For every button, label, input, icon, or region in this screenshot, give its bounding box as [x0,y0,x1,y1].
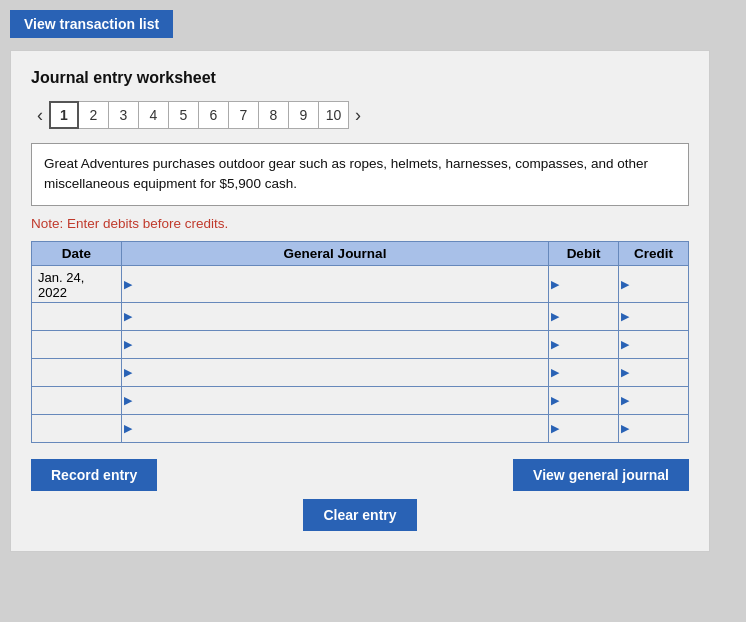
credit-cell-5[interactable]: ▶ [619,386,689,414]
debit-cell-5[interactable]: ▶ [549,386,619,414]
journal-table: Date General Journal Debit Credit Jan. 2… [31,241,689,443]
credit-cell-1[interactable]: ▶ [619,265,689,302]
journal-input-2[interactable] [122,303,548,330]
note-text: Note: Enter debits before credits. [31,216,689,231]
debit-input-3[interactable] [549,331,618,358]
journal-input-6[interactable] [122,415,548,442]
page-9[interactable]: 9 [289,101,319,129]
action-buttons-row: Record entry View general journal [31,459,689,491]
debit-input-1[interactable] [549,266,618,302]
credit-input-2[interactable] [619,303,688,330]
debit-cell-6[interactable]: ▶ [549,414,619,442]
debit-input-4[interactable] [549,359,618,386]
worksheet-title: Journal entry worksheet [31,69,689,87]
table-row: ▶ ▶ ▶ [32,358,689,386]
pagination: ‹ 1 2 3 4 5 6 7 8 9 10 › [31,101,689,129]
table-row: ▶ ▶ ▶ [32,330,689,358]
journal-cell-1[interactable]: ▶ [122,265,549,302]
prev-page-button[interactable]: ‹ [31,103,49,128]
table-row: ▶ ▶ ▶ [32,302,689,330]
record-entry-button[interactable]: Record entry [31,459,157,491]
journal-input-1[interactable] [122,266,548,302]
page-7[interactable]: 7 [229,101,259,129]
credit-input-4[interactable] [619,359,688,386]
description-text: Great Adventures purchases outdoor gear … [31,143,689,206]
page-1[interactable]: 1 [49,101,79,129]
debit-input-2[interactable] [549,303,618,330]
clear-entry-button[interactable]: Clear entry [303,499,416,531]
journal-cell-6[interactable]: ▶ [122,414,549,442]
next-page-button[interactable]: › [349,103,367,128]
worksheet-panel: Journal entry worksheet ‹ 1 2 3 4 5 6 7 … [10,50,710,552]
credit-cell-6[interactable]: ▶ [619,414,689,442]
page-2[interactable]: 2 [79,101,109,129]
view-general-journal-button[interactable]: View general journal [513,459,689,491]
debit-input-6[interactable] [549,415,618,442]
debit-cell-1[interactable]: ▶ [549,265,619,302]
credit-input-6[interactable] [619,415,688,442]
page-10[interactable]: 10 [319,101,349,129]
table-row: Jan. 24,2022 ▶ ▶ ▶ [32,265,689,302]
debit-input-5[interactable] [549,387,618,414]
col-header-credit: Credit [619,241,689,265]
col-header-date: Date [32,241,122,265]
journal-input-4[interactable] [122,359,548,386]
debit-cell-2[interactable]: ▶ [549,302,619,330]
col-header-debit: Debit [549,241,619,265]
table-row: ▶ ▶ ▶ [32,414,689,442]
date-cell-3 [32,330,122,358]
date-cell-4 [32,358,122,386]
journal-input-5[interactable] [122,387,548,414]
date-cell-1: Jan. 24,2022 [32,265,122,302]
clear-row: Clear entry [31,499,689,531]
credit-cell-3[interactable]: ▶ [619,330,689,358]
credit-input-5[interactable] [619,387,688,414]
journal-cell-2[interactable]: ▶ [122,302,549,330]
debit-cell-4[interactable]: ▶ [549,358,619,386]
view-transaction-button[interactable]: View transaction list [10,10,173,38]
credit-input-3[interactable] [619,331,688,358]
page-5[interactable]: 5 [169,101,199,129]
debit-cell-3[interactable]: ▶ [549,330,619,358]
credit-input-1[interactable] [619,266,688,302]
journal-input-3[interactable] [122,331,548,358]
page-4[interactable]: 4 [139,101,169,129]
page-3[interactable]: 3 [109,101,139,129]
credit-cell-4[interactable]: ▶ [619,358,689,386]
journal-cell-4[interactable]: ▶ [122,358,549,386]
journal-cell-3[interactable]: ▶ [122,330,549,358]
credit-cell-2[interactable]: ▶ [619,302,689,330]
date-cell-5 [32,386,122,414]
date-cell-6 [32,414,122,442]
date-cell-2 [32,302,122,330]
page-8[interactable]: 8 [259,101,289,129]
table-row: ▶ ▶ ▶ [32,386,689,414]
page-6[interactable]: 6 [199,101,229,129]
col-header-journal: General Journal [122,241,549,265]
journal-cell-5[interactable]: ▶ [122,386,549,414]
